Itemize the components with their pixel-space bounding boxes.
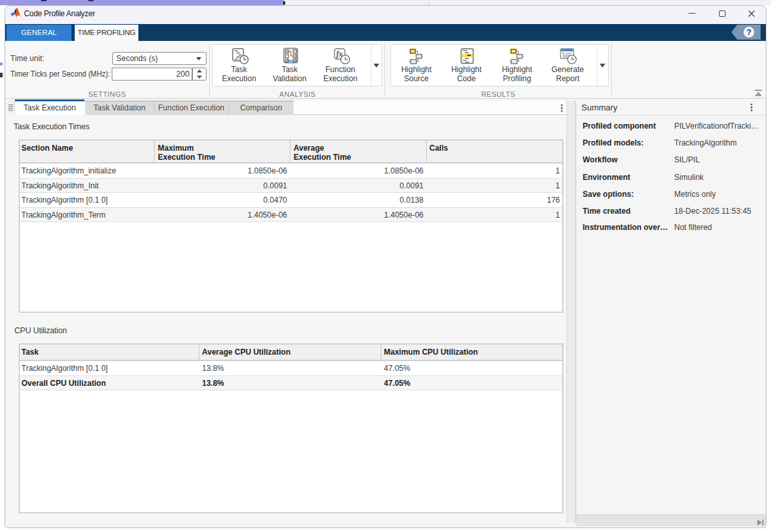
- svg-text:?: ?: [746, 28, 752, 37]
